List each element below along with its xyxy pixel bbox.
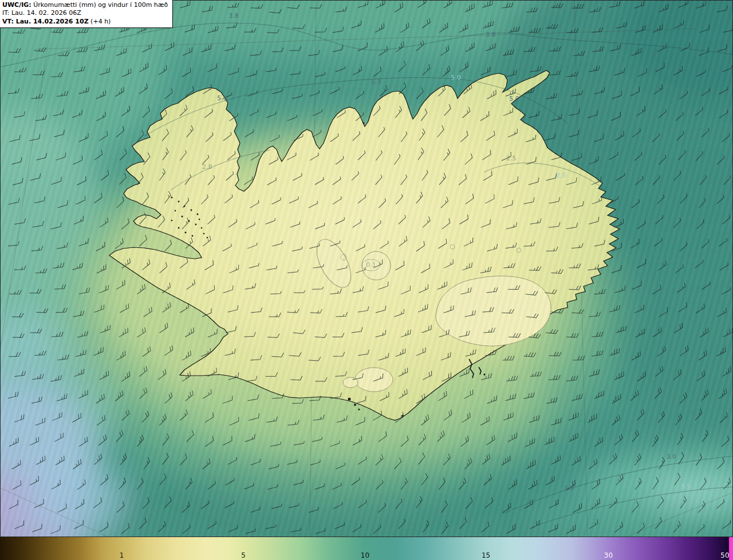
contour-label: 1.6 (49, 404, 60, 411)
contour-label: 5.0 (451, 74, 461, 81)
contour-label: 5.3 (217, 94, 227, 102)
model-code: UWC/IG: (2, 1, 31, 9)
colorbar-tick-30: 30 (604, 552, 613, 559)
colorbar-ticks: 1510153050 (0, 537, 733, 560)
contour-label: 2.8 (202, 163, 212, 171)
map-canvas: 3.83.85.35.05.35.02.52.82.50.11.63.02.83… (0, 0, 733, 537)
contour-label: 0.1 (366, 261, 376, 269)
product-description: Úrkomumætti (mm) og vindur í 100m hæð (31, 1, 168, 9)
map-area: 3.83.85.35.05.35.02.52.82.50.11.63.02.83… (0, 0, 733, 537)
valid-time-offset: (+4 h) (89, 18, 111, 25)
product-title: UWC/IG: Úrkomumætti (mm) og vindur í 100… (2, 1, 168, 9)
contour-label: 5.3 (371, 78, 381, 85)
title-box: UWC/IG: Úrkomumætti (mm) og vindur í 100… (0, 0, 173, 28)
contour-label: 3.0 (666, 453, 676, 460)
colorbar-tick-10: 10 (361, 552, 369, 559)
contour-label: 2.8 (563, 484, 574, 492)
valid-time: VT: Lau. 14.02.2026 10Z (+4 h) (2, 18, 168, 26)
contour-label: 3.8 (228, 12, 239, 19)
contour-label: 3.5 (680, 483, 691, 490)
contour-label: 5.0 (509, 95, 519, 102)
colorbar-tick-15: 15 (482, 552, 490, 559)
colorbar-tick-5: 5 (241, 552, 246, 559)
contour-label: 3.8 (486, 31, 496, 38)
weather-chart: 3.83.85.35.05.35.02.52.82.50.11.63.02.83… (0, 0, 733, 560)
contour-label: 2.5 (556, 172, 566, 179)
colorbar-tick-50: 50 (720, 552, 729, 559)
myrdalsjokull-outline (355, 368, 393, 392)
init-time: IT: Lau. 14. 02. 2026 06Z (2, 9, 168, 17)
contour-label: 2.5 (506, 155, 517, 162)
valid-time-bold: VT: Lau. 14.02.2026 10Z (2, 18, 89, 25)
colorbar-tick-1: 1 (120, 552, 124, 559)
colorbar: 1510153050 (0, 537, 733, 560)
